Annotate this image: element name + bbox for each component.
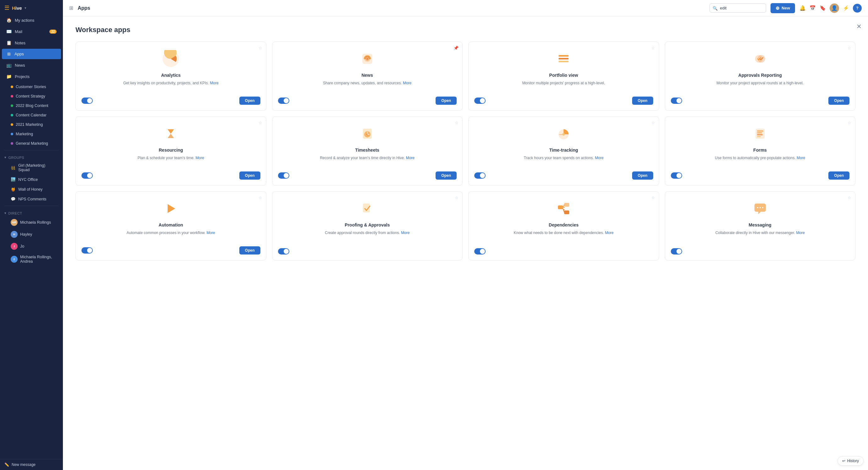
open-button[interactable]: Open	[239, 246, 260, 255]
direct-section[interactable]: ▾ Direct	[0, 208, 63, 216]
group-label: Girl (Marketing) Squad	[18, 163, 57, 172]
app-icon-timesheets	[357, 124, 377, 144]
app-toggle[interactable]	[671, 172, 682, 179]
pin-icon[interactable]: ☆	[455, 195, 459, 200]
app-toggle[interactable]	[671, 97, 682, 104]
sidebar-item-jo[interactable]: J Jo	[2, 241, 61, 252]
pin-icon[interactable]: ☆	[258, 195, 262, 200]
app-toggle[interactable]	[474, 172, 486, 179]
sidebar-item-content-strategy[interactable]: Content Strategy	[2, 92, 61, 101]
app-toggle[interactable]	[82, 97, 93, 104]
more-link[interactable]: More	[403, 81, 411, 85]
open-button[interactable]: Open	[632, 172, 653, 180]
pin-icon[interactable]: ☆	[847, 46, 851, 50]
pin-icon[interactable]: 📌	[454, 46, 459, 50]
app-toggle[interactable]	[278, 172, 289, 179]
app-desc: Automate common processes in your workfl…	[127, 230, 215, 242]
pin-icon[interactable]: ☆	[455, 120, 459, 125]
sidebar-item-hayley[interactable]: H Hayley	[2, 229, 61, 240]
open-button[interactable]: Open	[239, 96, 260, 105]
group-emoji: 💬	[11, 197, 16, 201]
sidebar-item-nyc-office[interactable]: 🏙️ NYC Office	[2, 175, 61, 184]
lightning-icon[interactable]: ⚡	[843, 5, 849, 11]
new-message-button[interactable]: ✏️ New message	[4, 463, 59, 467]
more-link[interactable]: More	[797, 156, 805, 160]
app-toggle[interactable]	[278, 248, 289, 255]
direct-label: Michaela Rollings	[20, 220, 51, 225]
pin-icon[interactable]: ☆	[847, 120, 851, 125]
close-button[interactable]: ✕	[856, 23, 862, 30]
open-button[interactable]: Open	[828, 172, 849, 180]
app-footer: Open	[671, 96, 850, 105]
sidebar-item-mail[interactable]: ✉️ Mail 22	[2, 26, 61, 37]
bookmark-icon[interactable]: 🔖	[819, 5, 826, 11]
history-button[interactable]: ↩ History	[837, 456, 864, 466]
more-link[interactable]: More	[605, 231, 614, 235]
new-button[interactable]: ⊕ New	[771, 3, 795, 13]
app-toggle[interactable]	[474, 248, 486, 255]
project-label: Marketing	[16, 132, 33, 136]
app-card-dependencies: ☆ Dependencies Know what needs to be don…	[468, 191, 659, 261]
calendar-icon[interactable]: 📅	[809, 5, 816, 11]
sidebar-item-projects[interactable]: 📁 Projects	[2, 71, 61, 82]
sidebar-item-apps[interactable]: ⊞ Apps	[2, 49, 61, 59]
open-button[interactable]: Open	[239, 172, 260, 180]
user-avatar[interactable]: 👤	[830, 3, 839, 13]
app-toggle[interactable]	[474, 97, 486, 104]
grid-icon: ⊞	[69, 5, 73, 11]
sidebar-item-2021-marketing[interactable]: 2021 Marketing	[2, 120, 61, 129]
sidebar-item-news[interactable]: 📺 News	[2, 60, 61, 70]
sidebar-item-notes[interactable]: 📋 Notes	[2, 37, 61, 48]
pin-icon[interactable]: ☆	[258, 46, 262, 50]
sidebar-item-wall-of-honey[interactable]: 🍯 Wall of Honey	[2, 185, 61, 194]
sidebar-item-michaela-andrea[interactable]: 2 Michaela Rollings, Andrea	[2, 253, 61, 266]
sidebar-item-general-marketing[interactable]: General Marketing	[2, 139, 61, 148]
sidebar-item-nps-comments[interactable]: 💬 NPS Comments	[2, 195, 61, 204]
open-button[interactable]: Open	[436, 172, 457, 180]
app-toggle[interactable]	[82, 172, 93, 179]
pin-icon[interactable]: ☆	[651, 120, 655, 125]
app-card-portfolio: ☆ Portfolio view Monitor multiple projec…	[468, 41, 659, 111]
app-desc: Record & analyze your team's time direct…	[320, 155, 414, 167]
app-toggle[interactable]	[278, 97, 289, 104]
app-desc: Track hours your team spends on actions.…	[524, 155, 603, 167]
pin-icon[interactable]: ☆	[258, 120, 262, 125]
sidebar-header[interactable]: ☰ Hive ▾	[0, 0, 63, 14]
app-footer: Open	[278, 96, 457, 105]
pin-icon[interactable]: ☆	[651, 195, 655, 200]
more-link[interactable]: More	[207, 231, 215, 235]
more-link[interactable]: More	[196, 156, 204, 160]
project-dot	[11, 142, 13, 145]
groups-section[interactable]: ▾ Groups	[0, 152, 63, 161]
project-label: General Marketing	[16, 141, 48, 146]
pin-icon[interactable]: ☆	[651, 46, 655, 50]
group-label: NYC Office	[18, 177, 38, 182]
more-link[interactable]: More	[406, 156, 414, 160]
search-input[interactable]	[710, 3, 766, 12]
more-link[interactable]: More	[210, 81, 219, 85]
sidebar-item-girl-squad[interactable]: 👯 Girl (Marketing) Squad	[2, 161, 61, 174]
app-desc: Share company news, updates, and resourc…	[323, 80, 412, 92]
app-logo: Hive	[12, 5, 22, 11]
more-link[interactable]: More	[796, 231, 804, 235]
group-label: NPS Comments	[18, 197, 46, 201]
bell-icon[interactable]: 🔔	[800, 5, 806, 11]
sidebar-item-content-calendar[interactable]: Content Calendar	[2, 111, 61, 120]
open-button[interactable]: Open	[436, 96, 457, 105]
plus-icon: ⊕	[776, 5, 780, 11]
app-icon-analytics	[161, 49, 181, 69]
sidebar-item-customer-stories[interactable]: Customer Stories	[2, 82, 61, 91]
app-toggle[interactable]	[82, 247, 93, 254]
pin-icon[interactable]: ☆	[847, 195, 851, 200]
sidebar-item-my-actions[interactable]: 🏠 My actions	[2, 15, 61, 26]
app-toggle[interactable]	[671, 248, 682, 255]
project-label: Customer Stories	[16, 85, 46, 89]
sidebar-item-michaela[interactable]: MR Michaela Rollings	[2, 217, 61, 228]
open-button[interactable]: Open	[828, 96, 849, 105]
more-link[interactable]: More	[595, 156, 603, 160]
more-link[interactable]: More	[401, 231, 409, 235]
sidebar-item-blog-content[interactable]: 2022 Blog Content	[2, 101, 61, 110]
sidebar-item-marketing[interactable]: Marketing	[2, 129, 61, 139]
open-button[interactable]: Open	[632, 96, 653, 105]
help-button[interactable]: ?	[853, 4, 862, 12]
